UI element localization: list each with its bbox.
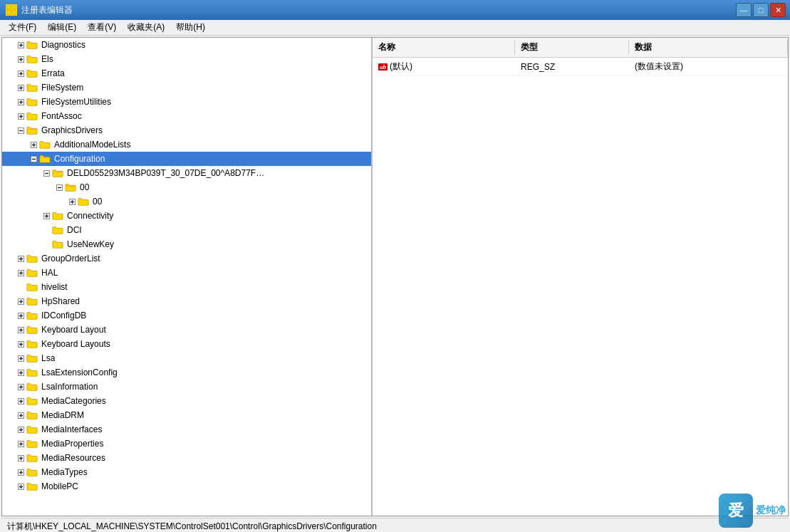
expand-icon[interactable] [15,438,26,449]
folder-icon [26,367,39,377]
collapse-icon[interactable] [28,153,39,165]
folder-icon [26,125,39,135]
expand-icon[interactable] [15,310,26,321]
column-type: 类型 [515,40,629,55]
expand-icon[interactable] [15,53,26,65]
expand-icon[interactable] [15,452,26,464]
expand-icon[interactable] [15,481,26,492]
expand-icon[interactable] [15,353,26,364]
folder-icon [26,396,39,406]
folder-icon [26,40,39,50]
folder-icon [26,353,39,363]
tree-item[interactable]: 00 [2,194,371,209]
tree-item[interactable]: DCI [2,223,371,237]
expand-icon[interactable] [15,110,26,122]
tree-item[interactable]: DELD055293M34BP039T_30_07DE_00^A8D77FBBB… [2,166,371,180]
folder-icon [26,111,39,121]
tree-item[interactable]: Keyboard Layout [2,323,371,337]
expand-icon[interactable] [15,395,26,407]
tree-item[interactable]: MediaInterfaces [2,422,371,437]
folder-icon [26,254,39,264]
tree-item[interactable]: MediaResources [2,451,371,465]
cell-type: REG_SZ [515,61,629,73]
close-button[interactable]: ✕ [770,3,786,17]
table-row[interactable]: ab (默认)REG_SZ(数值未设置) [373,58,788,76]
tree-item[interactable]: Els [2,52,371,66]
tree-item-label: Keyboard Layout [41,325,106,335]
tree-item[interactable]: AdditionalModeLists [2,137,371,152]
expand-icon[interactable] [15,410,26,421]
tree-item[interactable]: Keyboard Layouts [2,337,371,351]
tree-item[interactable]: LsaExtensionConfig [2,365,371,380]
tree-item[interactable]: FileSystem [2,80,371,95]
tree-item-label: 00 [93,197,102,207]
tree-item[interactable]: LsaInformation [2,380,371,394]
folder-icon [26,467,39,477]
expand-icon[interactable] [15,39,26,51]
folder-icon [26,268,39,278]
collapse-icon[interactable] [53,182,65,193]
tree-panel[interactable]: Diagnostics Els Errata FileSystem FileSy… [2,38,373,516]
maximize-button[interactable]: □ [753,3,769,17]
minimize-button[interactable]: — [736,3,752,17]
tree-item[interactable]: GroupOrderList [2,251,371,266]
expand-icon[interactable] [15,82,26,93]
collapse-icon[interactable] [15,125,26,136]
expand-icon[interactable] [15,338,26,350]
menu-file[interactable]: 文件(F) [3,20,42,35]
tree-item-label: GraphicsDrivers [41,125,103,135]
folder-icon [26,424,39,434]
folder-icon [39,140,52,150]
tree-item-label: DELD055293M34BP039T_30_07DE_00^A8D77FBBB… [67,168,266,178]
folder-icon [26,382,39,392]
main-area: Diagnostics Els Errata FileSystem FileSy… [1,37,789,516]
expand-icon[interactable] [66,196,78,207]
expand-icon[interactable] [15,381,26,392]
tree-item-label: GroupOrderList [41,254,100,264]
tree-item[interactable]: MediaCategories [2,394,371,408]
tree-item[interactable]: MediaProperties [2,437,371,451]
expand-icon[interactable] [15,68,26,79]
tree-item[interactable]: Lsa [2,351,371,365]
collapse-icon[interactable] [41,167,52,179]
tree-item[interactable]: Errata [2,66,371,80]
tree-item[interactable]: MediaTypes [2,465,371,479]
folder-icon [52,225,65,235]
tree-item[interactable]: MobilePC [2,479,371,494]
tree-item[interactable]: GraphicsDrivers [2,123,371,137]
title-bar: 注册表编辑器 — □ ✕ [0,0,790,20]
tree-item-label: Els [41,54,53,64]
tree-item[interactable]: Connectivity [2,209,371,223]
menu-edit[interactable]: 编辑(E) [42,20,82,35]
tree-item[interactable]: MediaDRM [2,408,371,422]
expand-icon[interactable] [41,210,52,221]
menu-view[interactable]: 查看(V) [82,20,122,35]
tree-item[interactable]: FontAssoc [2,109,371,123]
tree-item[interactable]: FileSystemUtilities [2,95,371,109]
expand-icon[interactable] [15,424,26,435]
folder-icon [26,481,39,491]
expand-icon[interactable] [15,324,26,335]
tree-item[interactable]: HpShared [2,294,371,308]
expand-icon[interactable] [15,96,26,108]
tree-item[interactable]: Configuration [2,152,371,166]
expand-icon[interactable] [15,267,26,278]
tree-item[interactable]: hivelist [2,280,371,294]
menu-favorites[interactable]: 收藏夹(A) [122,20,170,35]
cell-name: ab (默认) [373,59,515,74]
folder-icon [52,211,65,221]
tree-item[interactable]: Diagnostics [2,38,371,52]
expand-icon[interactable] [15,466,26,478]
cell-data: (数值未设置) [629,59,788,74]
expand-icon[interactable] [15,296,26,307]
tree-item[interactable]: IDConfigDB [2,308,371,323]
expand-icon[interactable] [15,253,26,264]
tree-item[interactable]: HAL [2,266,371,280]
tree-item[interactable]: UseNewKey [2,237,371,251]
app-icon [6,4,17,16]
tree-item-label: LsaInformation [41,382,98,392]
expand-icon[interactable] [28,139,39,150]
menu-help[interactable]: 帮助(H) [170,20,211,35]
tree-item[interactable]: 00 [2,180,371,194]
expand-icon[interactable] [15,367,26,378]
